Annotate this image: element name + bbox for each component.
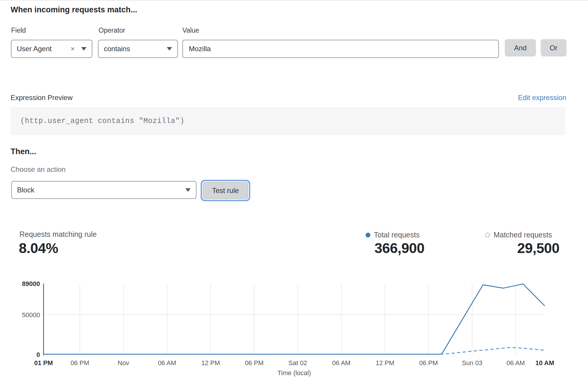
svg-text:01 PM: 01 PM <box>34 359 53 367</box>
edit-expression-link[interactable]: Edit expression <box>518 94 566 102</box>
legend-total-label: Total requests <box>374 231 420 239</box>
clear-icon[interactable]: × <box>71 45 75 52</box>
chevron-down-icon <box>167 47 172 51</box>
requests-matching-label: Requests matching rule <box>19 230 97 239</box>
matched-requests-dashed-circle-icon <box>485 232 490 238</box>
chevron-down-icon <box>185 188 191 192</box>
svg-text:06 PM: 06 PM <box>419 359 438 367</box>
expression-code-box: (http.user_agent contains "Mozilla") <box>11 107 565 135</box>
svg-text:06 AM: 06 AM <box>507 359 525 367</box>
svg-text:89000: 89000 <box>22 280 40 287</box>
svg-text:06 AM: 06 AM <box>158 359 176 367</box>
page-title: When incoming requests match... <box>11 5 137 14</box>
field-label: Field <box>11 26 26 34</box>
and-button[interactable]: And <box>505 39 536 56</box>
or-button[interactable]: Or <box>541 39 567 56</box>
firewall-rule-builder: When incoming requests match... Field Op… <box>0 0 588 381</box>
total-requests-dot-icon <box>366 233 370 237</box>
operator-label: Operator <box>99 26 125 34</box>
requests-matching-value: 8.04% <box>19 240 58 256</box>
svg-text:0: 0 <box>36 351 40 358</box>
svg-text:06 PM: 06 PM <box>245 359 264 367</box>
legend-matched: Matched requests <box>485 231 552 239</box>
svg-text:06 AM: 06 AM <box>332 359 350 367</box>
chevron-down-icon <box>81 47 86 51</box>
svg-text:Sun 03: Sun 03 <box>462 359 482 367</box>
action-select[interactable]: Block <box>11 181 196 199</box>
field-select[interactable]: User Agent × <box>11 40 92 58</box>
svg-text:12 PM: 12 PM <box>201 359 220 367</box>
svg-text:50000: 50000 <box>22 311 40 319</box>
legend-matched-label: Matched requests <box>494 231 552 239</box>
svg-text:10 AM: 10 AM <box>535 359 554 367</box>
expression-preview-label: Expression Preview <box>11 94 73 102</box>
matched-requests-value: 29,500 <box>486 240 559 256</box>
operator-select[interactable]: contains <box>98 40 178 58</box>
operator-select-value: contains <box>104 45 167 53</box>
expression-code: (http.user_agent contains "Mozilla") <box>11 117 184 125</box>
total-requests-value: 366,900 <box>351 240 424 256</box>
value-input[interactable] <box>182 40 499 58</box>
svg-text:Nov: Nov <box>118 359 129 367</box>
then-heading: Then... <box>11 147 36 156</box>
choose-action-label: Choose an action <box>11 165 66 174</box>
action-select-value: Block <box>17 186 185 194</box>
field-select-value: User Agent <box>17 45 71 53</box>
legend-total: Total requests <box>366 231 420 239</box>
svg-text:Sat 02: Sat 02 <box>289 359 307 367</box>
svg-text:12 PM: 12 PM <box>376 359 394 367</box>
value-label: Value <box>182 26 199 34</box>
test-rule-button[interactable]: Test rule <box>203 182 248 199</box>
svg-text:06 PM: 06 PM <box>71 359 89 367</box>
svg-text:Time (local): Time (local) <box>277 369 311 377</box>
requests-chart: 0500008900001 PM06 PMNov06 AM12 PM06 PMS… <box>0 277 588 381</box>
